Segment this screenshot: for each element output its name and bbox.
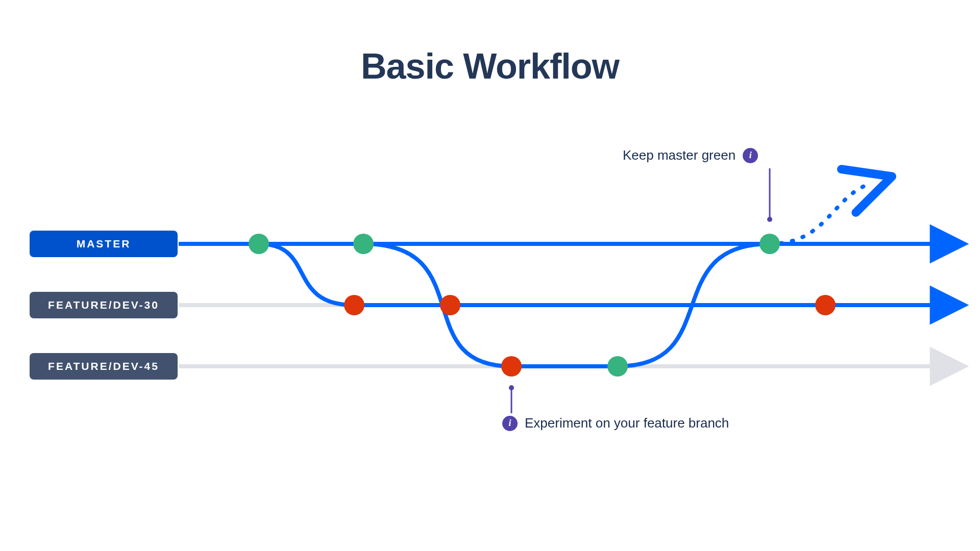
commit-master-1 — [249, 234, 269, 254]
svg-point-8 — [509, 385, 514, 390]
commit-dev30-1 — [344, 295, 364, 315]
workflow-diagram: Basic Workflow MASTER FEATURE/DEV-30 FEA… — [0, 0, 980, 551]
git-graph-svg — [0, 0, 980, 551]
commit-master-merge — [760, 234, 780, 254]
svg-point-6 — [767, 217, 772, 222]
commit-dev30-3 — [815, 295, 836, 315]
commit-master-2 — [353, 234, 374, 254]
commit-dev30-2 — [440, 295, 460, 315]
commit-dev45-2 — [607, 356, 628, 377]
commit-dev45-1 — [501, 356, 522, 377]
